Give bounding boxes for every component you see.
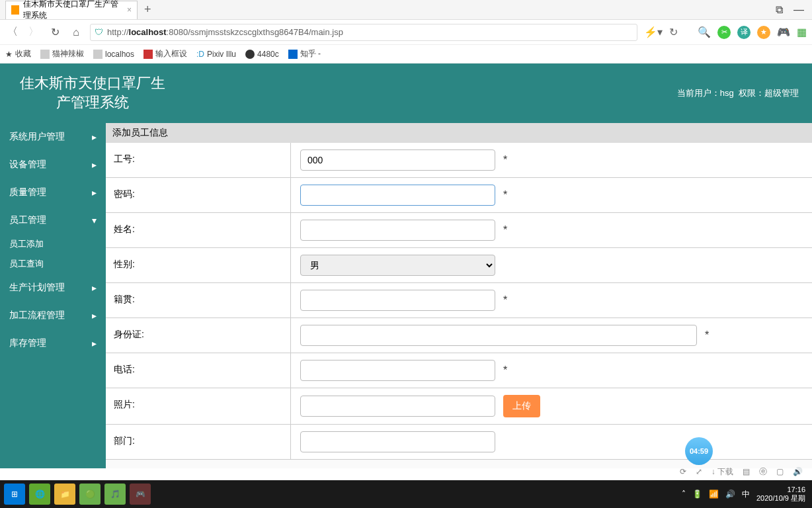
label-name: 姓名: (106, 213, 291, 247)
browser-tab[interactable]: 佳木斯市天使口罩厂生产管理系统 × (5, 1, 138, 19)
chevron-down-icon: ▾ (92, 215, 97, 226)
menu-production-plan[interactable]: 生产计划管理▸ (0, 274, 106, 302)
submenu-employee-query[interactable]: 员工查询 (0, 254, 106, 274)
chevron-right-icon: ▸ (92, 338, 97, 349)
taskbar-app[interactable]: 🎮 (130, 484, 151, 505)
flash-icon[interactable]: ⚡▾ (644, 26, 663, 38)
scissors-icon[interactable]: ✂ (717, 26, 731, 39)
address-bar: 〈 〉 ↻ ⌂ 🛡 http://localhost:8080/ssmjmsst… (0, 20, 812, 45)
tray-clock[interactable]: 17:16 2020/10/9 星期 (756, 486, 805, 503)
tray-ime[interactable]: 中 (742, 489, 750, 500)
window-minimize-icon[interactable]: — (793, 4, 804, 16)
app-header: 佳木斯市天使口罩厂生 产管理系统 当前用户：hsg 权限：超级管理 (0, 64, 812, 123)
reload-button[interactable]: ↻ (48, 26, 62, 38)
bookmark-icon (93, 50, 102, 59)
content-area: 添加员工信息 工号: * 密码: * 姓名: * 性别: (106, 123, 812, 468)
label-idcard: 身份证: (106, 318, 291, 353)
tab-close-icon[interactable]: × (127, 5, 132, 15)
taskbar-app[interactable]: 📁 (54, 484, 75, 505)
required-mark: * (503, 224, 507, 236)
star-icon[interactable]: ★ (757, 26, 770, 39)
app-title: 佳木斯市天使口罩厂生 产管理系统 (13, 74, 172, 112)
input-password[interactable] (300, 185, 495, 206)
taskbar-app[interactable]: 🟢 (79, 484, 101, 505)
forward-button[interactable]: 〉 (26, 25, 41, 39)
chevron-right-icon: ▸ (92, 159, 97, 170)
sidebar: 系统用户管理▸ 设备管理▸ 质量管理▸ 员工管理▾ 员工添加 员工查询 生产计划… (0, 123, 106, 468)
submenu-employee-add[interactable]: 员工添加 (0, 234, 106, 254)
input-id[interactable] (300, 149, 495, 171)
grid-icon[interactable]: ▦ (797, 26, 807, 38)
translate-icon[interactable]: 译 (737, 26, 751, 39)
label-origin: 籍贯: (106, 283, 291, 318)
taskbar-app[interactable]: 🌐 (29, 484, 50, 505)
browser-status-bar: ⟳ ⤢ ↓ 下载 ▤ ⓔ ▢ 🔊 (670, 463, 812, 480)
menu-quality[interactable]: 质量管理▸ (0, 179, 106, 206)
bookmark-icon (245, 50, 255, 59)
home-button[interactable]: ⌂ (69, 26, 83, 38)
menu-inventory[interactable]: 库存管理▸ (0, 329, 106, 357)
status-icon[interactable]: 🔊 (793, 467, 803, 476)
refresh-alt-icon[interactable]: ↻ (669, 26, 678, 38)
back-button[interactable]: 〈 (5, 25, 20, 39)
tab-favicon (11, 5, 19, 15)
input-dept[interactable] (300, 431, 495, 452)
select-gender[interactable]: 男 (300, 255, 495, 276)
start-button[interactable]: ⊞ (4, 484, 25, 505)
input-phone[interactable] (300, 360, 495, 381)
input-idcard[interactable] (300, 325, 697, 346)
menu-process[interactable]: 加工流程管理▸ (0, 302, 106, 329)
browser-tab-bar: 佳木斯市天使口罩厂生产管理系统 × + ⧉ — (0, 0, 812, 20)
label-password: 密码: (106, 178, 291, 212)
url-text: http://localhost:8080/ssmjmsstskzcscglxt… (107, 27, 343, 37)
label-phone: 电话: (106, 353, 291, 388)
input-photo[interactable] (300, 396, 495, 417)
bookmark-item[interactable]: ★收藏 (5, 48, 31, 60)
window-split-icon[interactable]: ⧉ (776, 4, 783, 16)
required-mark: * (503, 294, 507, 306)
bookmark-item[interactable]: 知乎 - (288, 48, 321, 60)
bookmark-item[interactable]: localhos (93, 50, 134, 59)
bookmarks-bar: ★收藏 猫神辣椒 localhos 输入框设 :DPixiv Illu 4480… (0, 45, 812, 64)
status-icon[interactable]: ▢ (776, 467, 784, 476)
input-origin[interactable] (300, 290, 495, 311)
menu-device[interactable]: 设备管理▸ (0, 151, 106, 179)
bookmark-item[interactable]: 输入框设 (143, 48, 187, 60)
tray-wifi-icon[interactable]: 📶 (709, 489, 719, 499)
required-mark: * (503, 154, 507, 166)
float-timer-badge[interactable]: 04:59 (685, 437, 713, 465)
lock-icon: 🛡 (95, 27, 103, 37)
required-mark: * (705, 329, 709, 341)
upload-button[interactable]: 上传 (503, 395, 540, 417)
input-name[interactable] (300, 220, 495, 241)
chevron-right-icon: ▸ (92, 282, 97, 293)
status-icon[interactable]: ⤢ (696, 467, 702, 476)
menu-employee[interactable]: 员工管理▾ (0, 206, 106, 234)
taskbar-app[interactable]: 🎵 (104, 484, 126, 505)
required-mark: * (503, 189, 507, 201)
status-icon[interactable]: ⟳ (680, 467, 686, 476)
game-icon[interactable]: 🎮 (777, 26, 790, 38)
form-title: 添加员工信息 (106, 123, 812, 143)
chevron-right-icon: ▸ (92, 132, 97, 142)
tray-volume-icon[interactable]: 🔊 (725, 489, 735, 499)
status-icon[interactable]: ⓔ (759, 466, 767, 478)
window-controls: ⧉ — (776, 4, 812, 16)
url-input[interactable]: 🛡 http://localhost:8080/ssmjmsstskzcscgl… (90, 24, 637, 41)
bookmark-item[interactable]: :DPixiv Illu (196, 50, 236, 59)
chevron-right-icon: ▸ (92, 187, 97, 198)
required-mark: * (503, 364, 507, 376)
menu-system-users[interactable]: 系统用户管理▸ (0, 123, 106, 151)
bookmark-item[interactable]: 猫神辣椒 (40, 48, 84, 60)
search-icon[interactable]: 🔍 (698, 26, 711, 38)
status-icon[interactable]: ▤ (743, 467, 750, 476)
user-info: 当前用户：hsg 权限：超级管理 (677, 87, 799, 99)
tray-chevron-icon[interactable]: ˄ (682, 489, 686, 499)
label-dept: 部门: (106, 425, 291, 459)
chevron-right-icon: ▸ (92, 310, 97, 321)
download-icon[interactable]: ↓ 下载 (711, 466, 733, 478)
bookmark-item[interactable]: 4480c (245, 50, 279, 59)
tray-battery-icon[interactable]: 🔋 (692, 489, 702, 499)
new-tab-button[interactable]: + (144, 3, 151, 17)
tab-title: 佳木斯市天使口罩厂生产管理系统 (23, 0, 122, 21)
